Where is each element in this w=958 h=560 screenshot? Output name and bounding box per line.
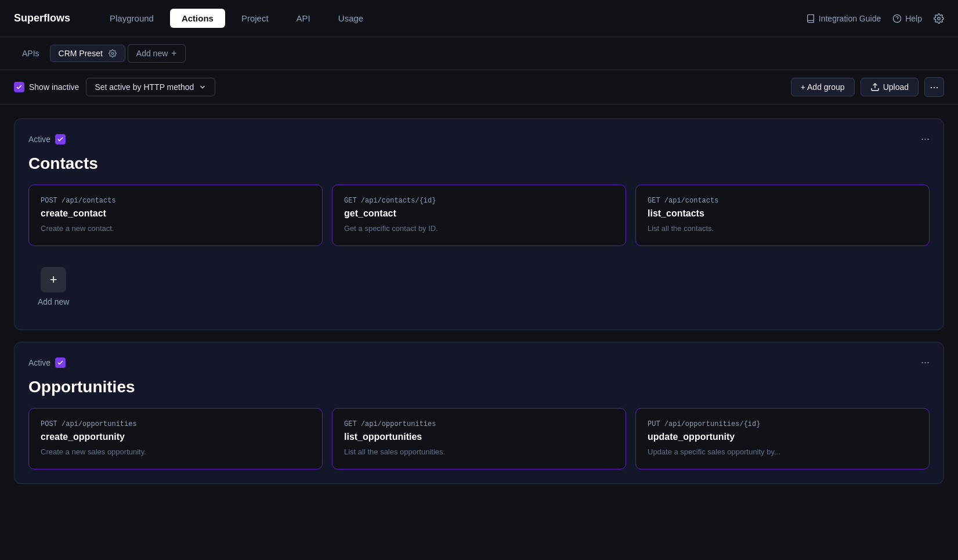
contacts-active-checkbox[interactable] [55, 134, 66, 144]
tabs-bar: APIs CRM Preset Add new + [0, 37, 958, 70]
group-opportunities-title: Opportunities [28, 378, 930, 396]
svg-point-3 [111, 52, 114, 55]
contacts-actions-grid: POST /api/contacts create_contact Create… [28, 185, 930, 246]
action-list-opportunities-name: list_opportunities [344, 432, 614, 442]
plus-icon: + [171, 48, 176, 59]
add-new-circle-icon[interactable]: + [41, 267, 66, 292]
help-button[interactable]: Help [892, 14, 922, 23]
show-inactive-toggle[interactable]: Show inactive [14, 82, 79, 92]
action-list-contacts-desc: List all the contacts. [648, 223, 917, 234]
nav-playground[interactable]: Playground [98, 9, 165, 28]
nav-links: Playground Actions Project API Usage [98, 9, 806, 28]
action-get-contact-desc: Get a specific contact by ID. [344, 223, 614, 234]
group-contacts-title: Contacts [28, 154, 930, 173]
app-logo: Superflows [14, 12, 70, 24]
action-create-opportunity-path: POST /api/opportunities [41, 420, 310, 428]
nav-project[interactable]: Project [230, 9, 280, 28]
action-list-opportunities-path: GET /api/opportunities [344, 420, 614, 428]
add-new-tab[interactable]: Add new + [128, 44, 186, 63]
nav-right: Integration Guide Help [806, 13, 944, 24]
action-list-contacts[interactable]: GET /api/contacts list_contacts List all… [635, 185, 930, 246]
group-opportunities-more[interactable]: ··· [921, 356, 930, 368]
group-contacts-status: Active [28, 134, 66, 144]
book-icon [806, 14, 815, 23]
upload-icon [870, 82, 880, 92]
top-navigation: Superflows Playground Actions Project AP… [0, 0, 958, 37]
action-get-contact-name: get_contact [344, 208, 614, 219]
tab-crm-preset[interactable]: CRM Preset [50, 45, 125, 62]
action-create-contact[interactable]: POST /api/contacts create_contact Create… [28, 185, 323, 246]
show-inactive-checkbox[interactable] [14, 82, 24, 92]
circle-question-icon [892, 14, 902, 23]
action-update-opportunity-desc: Update a specific sales opportunity by..… [648, 447, 917, 457]
checkmark-icon [16, 84, 23, 91]
action-list-contacts-name: list_contacts [648, 208, 917, 219]
nav-actions[interactable]: Actions [170, 9, 225, 28]
main-content: Active ··· Contacts POST /api/contacts c… [0, 104, 958, 498]
checkmark-icon [57, 359, 64, 366]
tab-gear-icon[interactable] [109, 49, 117, 57]
group-contacts: Active ··· Contacts POST /api/contacts c… [14, 118, 944, 330]
add-new-contact-action[interactable]: + Add new [28, 258, 78, 316]
more-options-button[interactable]: ··· [924, 77, 944, 97]
integration-guide-button[interactable]: Integration Guide [806, 14, 881, 23]
add-group-button[interactable]: + Add group [791, 78, 855, 96]
add-new-label: Add new [38, 297, 69, 306]
nav-usage[interactable]: Usage [327, 9, 375, 28]
action-create-opportunity-name: create_opportunity [41, 432, 310, 442]
action-list-opportunities-desc: List all the sales opportunities. [344, 447, 614, 457]
nav-api[interactable]: API [285, 9, 322, 28]
action-get-contact-path: GET /api/contacts/{id} [344, 197, 614, 205]
action-update-opportunity[interactable]: PUT /api/opportunities/{id} update_oppor… [635, 408, 930, 469]
settings-button[interactable] [934, 13, 944, 24]
gear-icon [934, 13, 944, 24]
upload-button[interactable]: Upload [861, 78, 919, 96]
group-contacts-header: Active ··· [28, 133, 930, 145]
group-opportunities-status: Active [28, 357, 66, 368]
action-create-opportunity[interactable]: POST /api/opportunities create_opportuni… [28, 408, 323, 469]
action-create-contact-name: create_contact [41, 208, 310, 219]
action-get-contact[interactable]: GET /api/contacts/{id} get_contact Get a… [332, 185, 626, 246]
group-opportunities: Active ··· Opportunities POST /api/oppor… [14, 342, 944, 484]
action-list-contacts-path: GET /api/contacts [648, 197, 917, 205]
action-update-opportunity-name: update_opportunity [648, 432, 917, 442]
http-method-dropdown[interactable]: Set active by HTTP method [86, 78, 215, 96]
action-create-contact-desc: Create a new contact. [41, 223, 310, 234]
action-update-opportunity-path: PUT /api/opportunities/{id} [648, 420, 917, 428]
toolbar: Show inactive Set active by HTTP method … [0, 70, 958, 104]
chevron-down-icon [198, 83, 207, 91]
checkmark-icon [57, 136, 64, 143]
svg-point-2 [938, 17, 941, 20]
toolbar-right: + Add group Upload ··· [791, 77, 944, 97]
action-list-opportunities[interactable]: GET /api/opportunities list_opportunitie… [332, 408, 626, 469]
opportunities-active-checkbox[interactable] [55, 357, 66, 368]
action-create-opportunity-desc: Create a new sales opportunity. [41, 447, 310, 457]
opportunities-actions-grid: POST /api/opportunities create_opportuni… [28, 408, 930, 469]
action-create-contact-path: POST /api/contacts [41, 197, 310, 205]
tab-apis[interactable]: APIs [14, 45, 48, 62]
group-contacts-more[interactable]: ··· [921, 133, 930, 145]
group-opportunities-header: Active ··· [28, 356, 930, 368]
